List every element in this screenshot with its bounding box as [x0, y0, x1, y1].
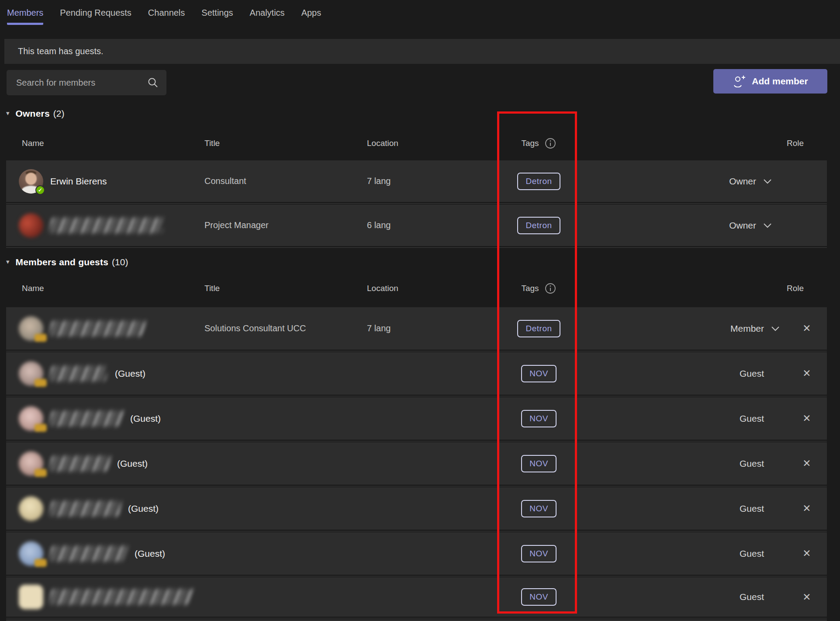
search-input[interactable]: [7, 78, 147, 88]
collapse-chevron-icon[interactable]: ▾: [6, 109, 10, 117]
column-tags: Tags: [521, 139, 539, 148]
team-members-page: Members Pending Requests Channels Settin…: [0, 0, 840, 621]
column-location: Location: [354, 139, 494, 148]
collapse-chevron-icon[interactable]: ▾: [6, 258, 10, 266]
column-name: Name: [6, 139, 192, 148]
avatar-redacted: [19, 361, 43, 386]
tag-badge[interactable]: NOV: [521, 455, 557, 472]
tag-badge[interactable]: Detron: [517, 173, 560, 190]
remove-member-icon[interactable]: ✕: [787, 323, 827, 334]
column-title: Title: [192, 284, 354, 293]
table-row: (Guest) NOV Guest ✕: [6, 352, 827, 395]
member-title: Project Manager: [192, 220, 354, 230]
column-role: Role: [575, 284, 827, 293]
section-title: Owners: [16, 108, 50, 119]
column-role: Role: [575, 139, 827, 148]
tab-apps[interactable]: Apps: [301, 7, 321, 23]
section-title: Members and guests: [16, 257, 109, 267]
table-row: (Guest) NOV Guest ✕: [6, 532, 827, 575]
member-location: 6 lang: [354, 220, 494, 230]
presence-available-icon: ✓: [35, 185, 45, 195]
tag-badge[interactable]: NOV: [521, 588, 557, 606]
tab-analytics[interactable]: Analytics: [250, 7, 285, 23]
role-dropdown-label[interactable]: Member: [730, 323, 764, 334]
redacted-name: [48, 546, 128, 562]
tag-badge[interactable]: Detron: [517, 320, 560, 337]
redacted-name: [48, 501, 122, 517]
table-row: (Guest) NOV Guest ✕: [6, 487, 827, 530]
guest-badge-icon: [35, 334, 47, 342]
guest-suffix: (Guest): [115, 368, 145, 379]
table-row: NOV Guest ✕: [6, 577, 827, 617]
owners-section-header[interactable]: ▾ Owners (2): [6, 108, 64, 119]
table-row: (Guest) NOV Guest ✕: [6, 442, 827, 485]
info-icon[interactable]: [544, 137, 557, 149]
guest-badge-icon: [35, 424, 47, 432]
role-dropdown-label[interactable]: Owner: [729, 176, 756, 187]
role-label: Guest: [740, 413, 764, 424]
table-row: Project Manager 6 lang Detron Owner: [6, 205, 827, 246]
remove-member-icon[interactable]: ✕: [787, 548, 827, 559]
info-icon[interactable]: [544, 282, 557, 295]
tag-badge[interactable]: NOV: [521, 410, 557, 427]
column-name: Name: [6, 284, 192, 293]
column-title: Title: [192, 139, 354, 148]
role-label: Guest: [740, 368, 764, 379]
redacted-name: [48, 218, 166, 233]
member-name: Erwin Bierens: [50, 176, 107, 187]
avatar-redacted: [19, 406, 43, 431]
tag-badge[interactable]: Detron: [517, 217, 560, 234]
guest-suffix: (Guest): [117, 458, 148, 469]
tab-channels[interactable]: Channels: [148, 7, 185, 23]
section-count: (10): [112, 257, 128, 267]
member-location: 7 lang: [354, 176, 494, 186]
table-row: (Guest) NOV Guest ✕: [6, 397, 827, 440]
role-label: Guest: [740, 458, 764, 469]
chevron-down-icon[interactable]: [756, 220, 779, 231]
add-member-button[interactable]: Add member: [713, 69, 827, 94]
remove-member-icon[interactable]: ✕: [787, 413, 827, 424]
tag-badge[interactable]: NOV: [521, 365, 557, 382]
guest-suffix: (Guest): [135, 548, 165, 559]
members-column-header: Name Title Location Tags Role: [6, 275, 827, 302]
section-count: (2): [53, 108, 65, 119]
add-member-label: Add member: [752, 76, 808, 87]
remove-member-icon[interactable]: ✕: [787, 503, 827, 514]
remove-member-icon[interactable]: ✕: [787, 458, 827, 469]
members-section-header[interactable]: ▾ Members and guests (10): [6, 257, 128, 267]
redacted-name: [48, 589, 194, 605]
chevron-down-icon[interactable]: [756, 176, 779, 187]
table-row: Solutions Consultant UCC 7 lang Detron M…: [6, 307, 827, 350]
member-title: Solutions Consultant UCC: [192, 323, 354, 333]
tag-badge[interactable]: NOV: [521, 545, 557, 562]
tab-settings[interactable]: Settings: [201, 7, 233, 23]
guest-suffix: (Guest): [128, 503, 159, 514]
table-row-partial: [6, 619, 827, 621]
person-add-icon: [733, 75, 746, 87]
column-location: Location: [354, 284, 494, 293]
avatar-redacted: [19, 213, 43, 238]
guest-badge-icon: [35, 559, 47, 567]
role-dropdown-label[interactable]: Owner: [729, 220, 756, 231]
guest-suffix: (Guest): [130, 413, 161, 424]
role-label: Guest: [740, 503, 764, 514]
remove-member-icon[interactable]: ✕: [787, 591, 827, 603]
remove-member-icon[interactable]: ✕: [787, 368, 827, 379]
column-tags: Tags: [521, 284, 539, 293]
member-title: Consultant: [192, 176, 354, 186]
guests-banner: This team has guests.: [4, 39, 840, 64]
redacted-name: [48, 456, 111, 472]
role-label: Guest: [740, 592, 764, 602]
avatar-redacted: [19, 541, 43, 566]
tab-pending-requests[interactable]: Pending Requests: [60, 7, 131, 23]
tab-members[interactable]: Members: [7, 7, 43, 25]
tag-badge[interactable]: NOV: [521, 500, 557, 517]
redacted-name: [48, 411, 124, 427]
avatar-redacted: [19, 496, 43, 521]
avatar: ✓: [19, 169, 43, 194]
search-icon[interactable]: [147, 77, 159, 88]
guests-banner-text: This team has guests.: [18, 46, 104, 56]
member-location: 7 lang: [354, 323, 494, 333]
chevron-down-icon[interactable]: [764, 323, 787, 334]
role-label: Guest: [740, 548, 764, 559]
